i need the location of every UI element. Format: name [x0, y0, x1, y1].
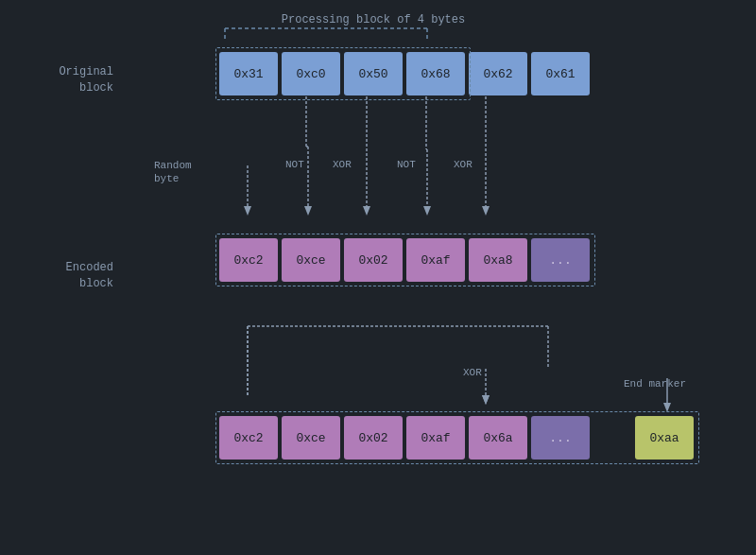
cell-final-3: 0xaf — [406, 416, 465, 460]
original-block-label: Originalblock — [38, 64, 113, 96]
cell-encoded-5: ... — [531, 238, 590, 282]
not2-label: NOT — [397, 159, 416, 170]
cell-original-0: 0x31 — [219, 52, 278, 95]
xor3-label: XOR — [463, 367, 482, 378]
encoded-block-label: Encodedblock — [28, 260, 113, 292]
cell-final-0: 0xc2 — [219, 416, 278, 460]
svg-marker-14 — [423, 206, 431, 216]
svg-marker-10 — [363, 206, 370, 216]
cell-original-1: 0xc0 — [282, 52, 340, 95]
svg-marker-4 — [244, 206, 251, 216]
cell-original-2: 0x50 — [344, 52, 403, 95]
svg-marker-20 — [482, 395, 490, 405]
cell-encoded-1: 0xce — [282, 238, 340, 282]
random-byte-label: Randombyte — [154, 159, 211, 186]
svg-marker-8 — [304, 206, 312, 216]
cell-encoded-0: 0xc2 — [219, 238, 278, 282]
cell-encoded-2: 0x02 — [344, 238, 403, 282]
xor1-label: XOR — [333, 159, 352, 170]
cell-final-4: 0x6a — [469, 416, 527, 460]
svg-marker-25 — [663, 403, 671, 412]
cell-final-end: 0xaa — [635, 416, 694, 460]
cell-final-2: 0x02 — [344, 416, 403, 460]
svg-marker-22 — [482, 395, 490, 405]
processing-title: Processing block of 4 bytes — [217, 13, 529, 26]
not1-label: NOT — [285, 159, 304, 170]
diagram: Processing block of 4 bytes — [0, 0, 756, 555]
cell-final-5: ... — [531, 416, 590, 460]
svg-marker-16 — [482, 206, 490, 216]
cell-original-5: 0x61 — [531, 52, 590, 95]
cell-encoded-3: 0xaf — [406, 238, 465, 282]
cell-original-3: 0x68 — [406, 52, 465, 95]
xor2-label: XOR — [454, 159, 472, 170]
cell-final-1: 0xce — [282, 416, 340, 460]
cell-encoded-4: 0xa8 — [469, 238, 527, 282]
end-marker-label: End marker — [624, 378, 686, 390]
cell-original-4: 0x62 — [469, 52, 527, 95]
